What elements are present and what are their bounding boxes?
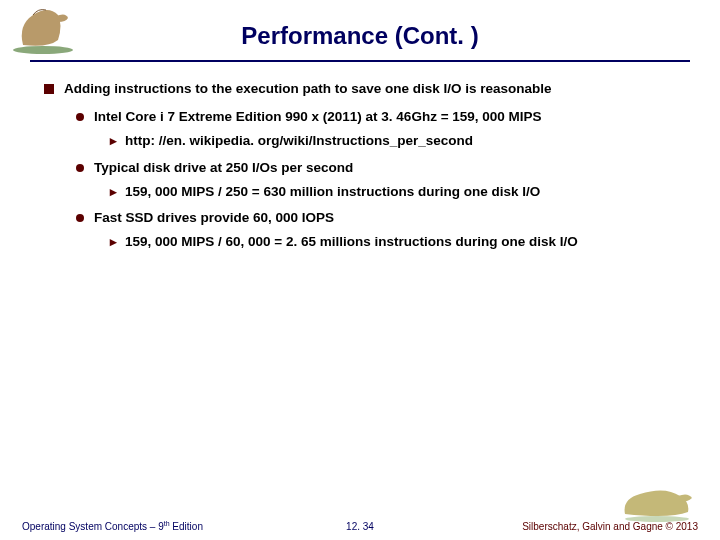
- bullet-level-2: Intel Core i 7 Extreme Edition 990 x (20…: [76, 108, 676, 126]
- slide-title: Performance (Cont. ): [0, 0, 720, 50]
- bullet-text: Adding instructions to the execution pat…: [64, 80, 552, 98]
- bullet-level-3: ▸ 159, 000 MIPS / 250 = 630 million inst…: [110, 183, 676, 201]
- bullet-text: 159, 000 MIPS / 60, 000 = 2. 65 millions…: [125, 233, 578, 251]
- bullet-text: Fast SSD drives provide 60, 000 IOPS: [94, 209, 334, 227]
- dinosaur-bottom-image: [620, 484, 695, 522]
- bullet-level-1: Adding instructions to the execution pat…: [44, 80, 676, 98]
- footer-right: Silberschatz, Galvin and Gagne © 2013: [522, 521, 698, 532]
- arrow-bullet-icon: ▸: [110, 132, 117, 150]
- bullet-level-2: Fast SSD drives provide 60, 000 IOPS: [76, 209, 676, 227]
- slide-content: Adding instructions to the execution pat…: [0, 62, 720, 252]
- slide-footer: Operating System Concepts – 9th Edition …: [0, 520, 720, 532]
- square-bullet-icon: [44, 84, 54, 94]
- circle-bullet-icon: [76, 164, 84, 172]
- bullet-level-3: ▸ http: //en. wikipedia. org/wiki/Instru…: [110, 132, 676, 150]
- bullet-level-2: Typical disk drive at 250 I/Os per secon…: [76, 159, 676, 177]
- bullet-text: http: //en. wikipedia. org/wiki/Instruct…: [125, 132, 473, 150]
- svg-point-0: [13, 46, 73, 54]
- arrow-bullet-icon: ▸: [110, 183, 117, 201]
- bullet-text: Typical disk drive at 250 I/Os per secon…: [94, 159, 353, 177]
- bullet-text: Intel Core i 7 Extreme Edition 990 x (20…: [94, 108, 542, 126]
- circle-bullet-icon: [76, 214, 84, 222]
- dinosaur-top-image: [8, 0, 78, 55]
- bullet-level-3: ▸ 159, 000 MIPS / 60, 000 = 2. 65 millio…: [110, 233, 676, 251]
- bullet-text: 159, 000 MIPS / 250 = 630 million instru…: [125, 183, 540, 201]
- circle-bullet-icon: [76, 113, 84, 121]
- arrow-bullet-icon: ▸: [110, 233, 117, 251]
